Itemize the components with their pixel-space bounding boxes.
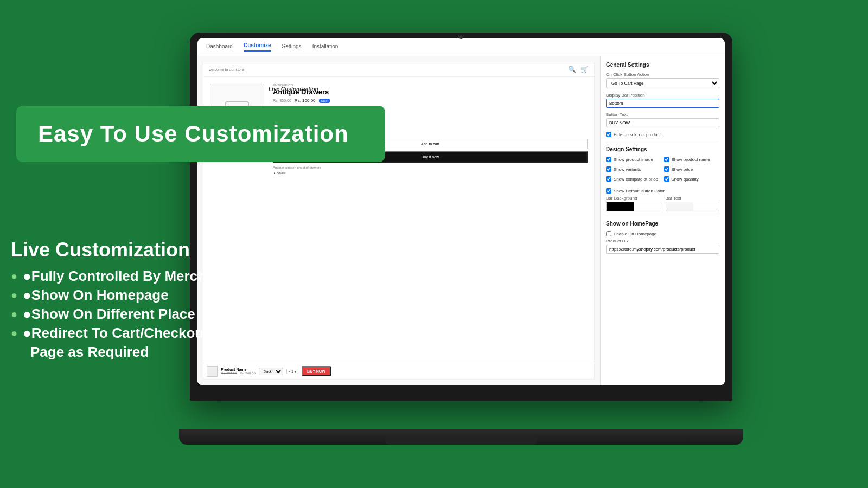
show-variants-label: Show variants xyxy=(614,167,641,172)
hide-sold-checkbox[interactable] xyxy=(606,132,611,137)
hide-sold-label: Hide on sold out product xyxy=(614,132,661,137)
screen-content: Dashboard Customize Settings Installatio… xyxy=(197,38,725,385)
display-bar-field: Display Bar Position xyxy=(606,93,719,108)
product-header: welcome to our store 🔍 🛒 xyxy=(203,62,594,77)
show-variants-row: Show variants xyxy=(606,166,662,172)
laptop-screen: Dashboard Customize Settings Installatio… xyxy=(197,38,725,385)
product-url-input[interactable] xyxy=(606,245,719,254)
sticky-qty: − 1 + xyxy=(286,369,298,374)
hide-sold-row: Hide on sold out product xyxy=(606,132,719,137)
left-heading: Live Customization xyxy=(11,239,227,261)
cart-icon[interactable]: 🛒 xyxy=(580,66,589,73)
sticky-qty-increase[interactable]: + xyxy=(295,370,297,373)
nav-installation[interactable]: Installation xyxy=(312,43,339,52)
product-title: Antique Drawers xyxy=(273,88,588,96)
bar-text-label: Bar Text xyxy=(666,196,720,201)
show-quantity-checkbox[interactable] xyxy=(664,176,669,182)
sticky-bar-info: Product Name Rs. 350.00 Rs. 248.00 xyxy=(221,368,256,375)
show-product-name-row: Show product name xyxy=(664,157,720,162)
sticky-bar-image xyxy=(207,366,218,377)
header-icons: 🔍 🛒 xyxy=(568,66,589,73)
sticky-bar: Product Name Rs. 350.00 Rs. 248.00 Black xyxy=(203,363,594,379)
show-on-homepage-title: Show on HomePage xyxy=(606,221,719,227)
sticky-variant-select[interactable]: Black xyxy=(259,368,283,375)
sticky-buy-button[interactable]: BUY NOW xyxy=(302,366,331,376)
sticky-product-name: Product Name xyxy=(221,368,256,371)
display-bar-input[interactable] xyxy=(606,99,719,108)
bar-background-field: Bar Background xyxy=(606,196,660,211)
nav-dashboard[interactable]: Dashboard xyxy=(206,43,233,52)
show-product-image-row: Show product image xyxy=(606,157,662,162)
bullet-icon-2: ● xyxy=(23,287,31,304)
product-url-field: Product URL xyxy=(606,239,719,254)
show-price-checkbox[interactable] xyxy=(664,166,669,172)
show-product-image-label: Show product image xyxy=(614,157,653,162)
feature-item-4b: Page as Required xyxy=(11,344,227,361)
bar-background-swatch[interactable] xyxy=(606,202,660,211)
enable-homepage-checkbox[interactable] xyxy=(606,231,611,236)
button-text-input[interactable] xyxy=(606,118,719,127)
share-row: ▲ Share xyxy=(273,171,588,175)
bar-text-field: Bar Text xyxy=(666,196,720,211)
sticky-qty-value: 1 xyxy=(291,370,293,373)
product-description: Antique wooden chest of drawers xyxy=(273,166,588,169)
share-icon[interactable]: ▲ xyxy=(273,171,277,175)
price-row: Rs. 350.00 Rs. 100.00 Sale xyxy=(273,98,588,103)
sale-badge: Sale xyxy=(319,99,330,103)
live-customization-label: Live Customization xyxy=(269,86,318,92)
click-action-select[interactable]: Go To Cart Page xyxy=(606,78,719,88)
left-content: Live Customization ● Fully Controlled By… xyxy=(11,239,227,363)
camera-icon xyxy=(459,35,463,39)
click-action-field: On Click Button Action Go To Cart Page xyxy=(606,72,719,88)
settings-panel: General Settings On Click Button Action … xyxy=(600,56,725,385)
sticky-price: Rs. 350.00 Rs. 248.00 xyxy=(221,371,256,375)
sticky-price-new: Rs. 248.00 xyxy=(240,371,256,375)
button-text-label: Button Text xyxy=(606,112,719,117)
product-collection: ANTIQUE CO xyxy=(273,84,588,87)
show-quantity-row: Show quantity xyxy=(664,176,720,182)
bar-text-swatch[interactable] xyxy=(666,202,720,211)
show-product-image-checkbox[interactable] xyxy=(606,157,611,162)
show-product-name-checkbox[interactable] xyxy=(664,157,669,162)
enable-homepage-row: Enable On Homepage xyxy=(606,231,719,236)
show-product-name-label: Show product name xyxy=(672,157,710,162)
enable-homepage-label: Enable On Homepage xyxy=(614,232,656,236)
click-action-label: On Click Button Action xyxy=(606,72,719,77)
feature-item-4: ● Redirect To Cart/Checkout xyxy=(11,325,227,342)
sticky-qty-decrease[interactable]: − xyxy=(289,370,291,373)
color-row: Bar Background Bar Text xyxy=(606,196,719,211)
show-price-row: Show price xyxy=(664,166,720,172)
laptop-base-foot xyxy=(385,437,537,445)
nav-customize[interactable]: Customize xyxy=(244,42,271,52)
features-list: ● Fully Controlled By Merchant ● Show On… xyxy=(11,268,227,361)
share-label: Share xyxy=(277,171,286,175)
screen-nav: Dashboard Customize Settings Installatio… xyxy=(197,38,725,56)
bar-text-color xyxy=(666,202,693,211)
laptop-base xyxy=(179,429,743,445)
bar-background-color xyxy=(607,202,634,211)
feature-item-1: ● Fully Controlled By Merchant xyxy=(11,268,227,285)
feature-item-3: ● Show On Different Place xyxy=(11,306,227,323)
button-text-field: Button Text xyxy=(606,112,719,127)
show-quantity-label: Show quantity xyxy=(672,177,699,182)
show-default-btn-checkbox[interactable] xyxy=(606,188,611,194)
general-settings-title: General Settings xyxy=(606,62,719,68)
search-icon[interactable]: 🔍 xyxy=(568,66,576,73)
show-default-btn-label: Show Default Button Color xyxy=(614,189,665,194)
bullet-icon-3: ● xyxy=(23,306,31,323)
design-settings-title: Design Settings xyxy=(606,146,719,152)
laptop-body: Dashboard Customize Settings Installatio… xyxy=(190,33,732,401)
show-variants-checkbox[interactable] xyxy=(606,166,611,172)
show-default-btn-row: Show Default Button Color xyxy=(606,188,719,194)
show-compare-checkbox[interactable] xyxy=(606,176,611,182)
show-compare-label: Show compare at price xyxy=(614,177,658,182)
laptop-bezel: Dashboard Customize Settings Installatio… xyxy=(197,38,725,385)
price-original: Rs. 350.00 xyxy=(273,99,291,102)
show-price-label: Show price xyxy=(672,167,693,172)
bullet-icon-1: ● xyxy=(23,268,31,285)
bar-background-label: Bar Background xyxy=(606,196,660,201)
design-checkboxes: Show product image Show product name Sho… xyxy=(606,157,719,184)
nav-settings[interactable]: Settings xyxy=(282,43,301,52)
laptop: Dashboard Customize Settings Installatio… xyxy=(190,33,732,445)
price-sale: Rs. 100.00 xyxy=(295,98,316,103)
